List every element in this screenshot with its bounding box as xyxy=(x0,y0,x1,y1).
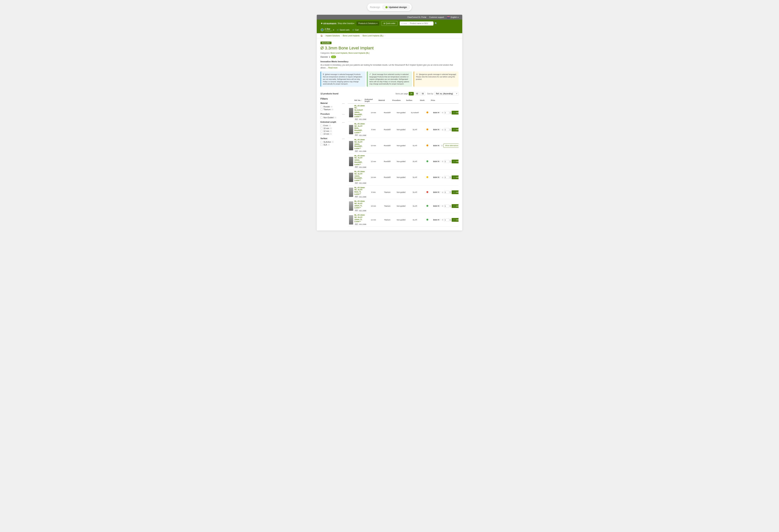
wishlist-icon[interactable]: ♡ xyxy=(439,111,441,114)
qty-down[interactable]: ▼ xyxy=(450,177,451,179)
compare-icon[interactable]: ⊞ xyxy=(442,112,443,114)
toggle-bar: Redesign Updated design xyxy=(0,0,779,13)
filter-surface-collapse[interactable]: — xyxy=(342,137,345,140)
saved-carts-button[interactable]: 🛒 Saved carts xyxy=(337,29,350,31)
filter-checkbox-titanium[interactable] xyxy=(320,109,322,111)
wishlist-icon[interactable]: ♡ xyxy=(439,160,441,163)
wishlist-icon[interactable]: ♡ xyxy=(439,191,441,194)
product-thumb xyxy=(349,188,353,197)
filter-procedure-collapse[interactable]: — xyxy=(342,113,345,116)
per-page-24[interactable]: 24 xyxy=(409,92,414,95)
breadcrumb-bone-level-implants[interactable]: Bone Level Implants xyxy=(343,35,360,37)
qty-up[interactable]: ▲ xyxy=(450,160,451,161)
cart-button[interactable]: 🛒 Cart xyxy=(352,29,359,31)
clearcorrect-link[interactable]: ClearCorrect Dr. Portal xyxy=(407,16,426,18)
add-button[interactable]: 🛒 Add xyxy=(452,218,459,222)
compare-icon[interactable]: ⊞ xyxy=(442,160,443,162)
product-link[interactable]: BL, Ø 3.3mm NC, SLA® 12mm, Ti, Loxim™ xyxy=(354,214,366,223)
read-more-link[interactable]: Read more xyxy=(328,67,338,69)
wishlist-icon[interactable]: ♡ xyxy=(439,128,441,131)
product-link[interactable]: BL, Ø 3.3mm NC, SLA® 10mm, Ti, Loxim™ xyxy=(354,200,366,209)
col-ref-no[interactable]: Ref. No. ↕ xyxy=(354,99,364,101)
product-ref: REF 021.2308 xyxy=(354,166,366,168)
cell-material: Titanium xyxy=(381,205,394,207)
qty-up[interactable]: ▲ xyxy=(450,111,451,113)
product-link[interactable]: BL, Ø 3.3mm NC, SLA® 8mm, Roxolid®, Loxi… xyxy=(354,123,366,134)
toggle-pill[interactable]: Redesign Updated design xyxy=(367,3,412,11)
breadcrumb-home[interactable]: 🏠 xyxy=(320,35,323,37)
product-link[interactable]: BL, Ø 3.3mm NC, SLA® 8mm, Ti, Loxim™ xyxy=(354,187,366,195)
cell-endosteel: 14 mm xyxy=(367,177,380,178)
qty-down[interactable]: ▼ xyxy=(450,130,451,131)
category-link-2[interactable]: Bone Level Implants (BL) xyxy=(349,52,369,54)
filter-material-collapse[interactable]: — xyxy=(342,102,345,105)
add-button[interactable]: 🛒 Add xyxy=(452,128,459,131)
search-input[interactable] xyxy=(410,22,433,24)
add-button[interactable]: 🛒 Add xyxy=(452,111,459,115)
qty-down[interactable]: ▼ xyxy=(450,113,451,114)
wishlist-icon[interactable]: ♡ xyxy=(438,144,440,147)
compare-icon[interactable]: ⊞ xyxy=(442,177,443,179)
qty-input[interactable] xyxy=(444,176,449,179)
stock-dot xyxy=(426,129,428,130)
add-button[interactable]: 🛒 Add xyxy=(452,159,459,163)
col-price: Price xyxy=(431,99,442,101)
wishlist-icon[interactable]: ♡ xyxy=(439,176,441,179)
add-button[interactable]: 🛒 Add xyxy=(452,204,459,208)
filter-checkbox-12mm[interactable] xyxy=(320,130,322,132)
compare-icon[interactable]: ⊞ xyxy=(441,144,443,146)
sort-select[interactable]: Ref. no. (Ascending) xyxy=(434,92,459,95)
search-icon[interactable]: 🔍 xyxy=(435,22,437,25)
cell-endosteel: 10 mm xyxy=(367,145,380,146)
filter-checkbox-non-guided[interactable] xyxy=(320,117,322,119)
product-link[interactable]: BL, Ø 3.3mm NC, SLActive® 14mm, Roxolid®… xyxy=(354,105,366,118)
wishlist-icon[interactable]: ♡ xyxy=(439,205,441,207)
qty-up[interactable]: ▲ xyxy=(450,218,451,220)
compare-icon[interactable]: ⊞ xyxy=(442,205,443,207)
category-link-1[interactable]: Bone Level Implants xyxy=(331,52,348,54)
customer-support-link[interactable]: Customer support xyxy=(429,16,444,18)
compare-icon[interactable]: ⊞ xyxy=(442,219,443,221)
quick-order-button[interactable]: ⊞ Quick order xyxy=(381,21,398,26)
add-button[interactable]: 🛒 Add xyxy=(452,176,459,179)
row-actions: ♡ ⊞ ▲ ▼ 🛒 Add xyxy=(445,190,459,194)
breadcrumb-implant-solutions[interactable]: Implant Solutions xyxy=(325,35,340,37)
user-area[interactable]: 👤 J. Doe Company X ▾ xyxy=(320,28,334,32)
show-alternatives-button[interactable]: Show alternatives xyxy=(443,144,459,148)
filter-checkbox-14mm[interactable] xyxy=(320,133,322,135)
qty-input[interactable] xyxy=(444,111,449,114)
per-page-48[interactable]: 48 xyxy=(415,92,420,95)
qty-input[interactable] xyxy=(444,218,449,221)
product-link[interactable]: BL, Ø 3.3mm NC, SLA® 14mm, Roxolid®, Lox… xyxy=(354,171,366,182)
per-page-96[interactable]: 96 xyxy=(420,92,425,95)
qty-input[interactable] xyxy=(444,205,449,208)
qty-down[interactable]: ▼ xyxy=(450,220,451,221)
qty-down[interactable]: ▼ xyxy=(450,192,451,194)
wishlist-icon[interactable]: ♡ xyxy=(439,218,441,221)
qty-input[interactable] xyxy=(444,128,449,131)
cell-procedure: Non-guided xyxy=(395,129,408,131)
qty-input[interactable] xyxy=(444,160,449,163)
product-link[interactable]: BL, Ø 3.3mm NC, SLA® 10mm, Roxolid®, Lox… xyxy=(354,139,366,149)
product-link[interactable]: BL, Ø 3.3mm NC, SLA® 12mm, Roxolid®, Lox… xyxy=(354,155,366,165)
filter-checkbox-slactive[interactable] xyxy=(320,141,322,143)
qty-up[interactable]: ▲ xyxy=(450,191,451,192)
compare-icon[interactable]: ⊞ xyxy=(442,129,443,131)
filter-endosteal-collapse[interactable]: — xyxy=(342,121,345,123)
products-solutions-button[interactable]: Products & Solutions ▾ xyxy=(356,21,379,25)
shop-other-brands-button[interactable]: Shop other brands ▾ xyxy=(338,22,354,24)
add-button[interactable]: 🛒 Add xyxy=(452,190,459,194)
qty-input[interactable] xyxy=(444,191,449,194)
qty-up[interactable]: ▲ xyxy=(450,205,451,206)
qty-down[interactable]: ▼ xyxy=(450,161,451,163)
filter-checkbox-sla[interactable] xyxy=(320,144,322,146)
filter-checkbox-roxolid[interactable] xyxy=(320,106,322,108)
qty-up[interactable]: ▲ xyxy=(450,128,451,130)
qty-up[interactable]: ▲ xyxy=(450,176,451,177)
breadcrumb-bl[interactable]: Bone Level Implants (BL) xyxy=(362,35,383,37)
language-selector[interactable]: 🇺🇸 English ▾ xyxy=(447,16,459,18)
qty-down[interactable]: ▼ xyxy=(450,206,451,207)
filter-checkbox-8mm[interactable] xyxy=(320,125,322,127)
compare-icon[interactable]: ⊞ xyxy=(442,191,443,193)
filter-checkbox-10mm[interactable] xyxy=(320,127,322,129)
